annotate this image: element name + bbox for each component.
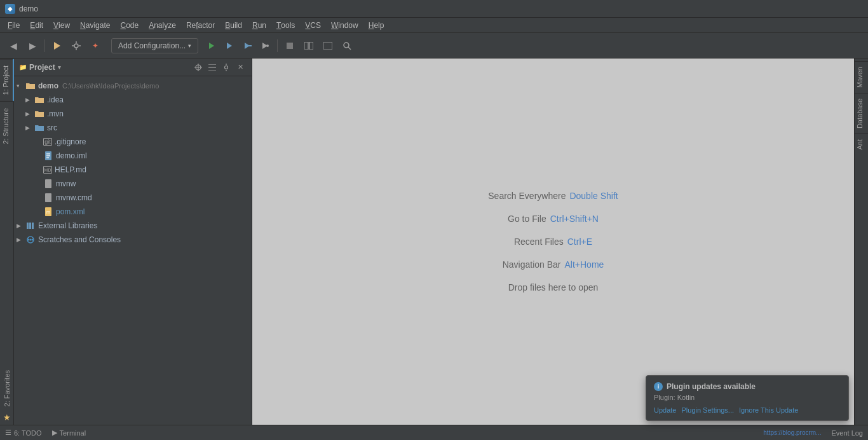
tree-arrow-scratches: ▶	[17, 237, 25, 243]
tree-item-mvn[interactable]: ▶ .mvn	[14, 107, 252, 121]
run-debug-buttons	[203, 38, 273, 54]
tree-arrow-mvn: ▶	[25, 111, 34, 117]
file-icon-gitignore: git	[43, 138, 52, 146]
folder-icon-src	[34, 123, 44, 133]
add-config-dropdown-icon: ▾	[188, 43, 191, 49]
toolbar-build-icon[interactable]	[49, 38, 65, 54]
tree-item-idea[interactable]: ▶ .idea	[14, 93, 252, 107]
menu-code[interactable]: Code	[115, 18, 144, 33]
tree-item-external-libs[interactable]: ▶ External Libraries	[14, 219, 252, 233]
status-todo[interactable]: ☰ 6: TODO	[5, 429, 42, 437]
tree-item-demo-iml[interactable]: demo.iml	[14, 149, 252, 163]
menu-edit[interactable]: Edit	[25, 18, 48, 33]
tree-item-mvnw[interactable]: mvnw	[14, 177, 252, 191]
status-right-info[interactable]: https://blog.procrm...	[763, 429, 821, 436]
status-bar: ☰ 6: TODO ▶ Terminal https://blog.procrm…	[0, 425, 868, 440]
todo-label: 6: TODO	[14, 429, 42, 437]
project-header: 📁 Project ▾ ✕	[14, 58, 252, 76]
folder-icon-idea	[34, 95, 44, 105]
scratches-icon	[25, 235, 36, 245]
menu-file[interactable]: File	[3, 18, 25, 33]
tree-item-root[interactable]: ▾ demo C:\Users\hk\IdeaProjects\demo	[14, 79, 252, 93]
svg-rect-15	[323, 42, 332, 50]
project-settings-icon[interactable]	[220, 61, 233, 74]
project-collapse-icon[interactable]	[206, 61, 219, 74]
svg-line-17	[348, 47, 351, 50]
tree-item-pom-xml[interactable]: m pom.xml	[14, 205, 252, 219]
menu-window[interactable]: Window	[326, 18, 363, 33]
tree-item-mvnw-cmd[interactable]: mvnw.cmd	[14, 191, 252, 205]
toolbar-kotlin-icon[interactable]: ✦	[87, 38, 104, 54]
right-sidebar: Maven Database Ant	[854, 58, 868, 425]
tree-item-src[interactable]: ▶ src	[14, 121, 252, 135]
menu-navigate[interactable]: Navigate	[75, 18, 115, 33]
tree-item-scratches[interactable]: ▶ Scratches and Consoles	[14, 233, 252, 247]
status-event-log[interactable]: Event Log	[831, 429, 863, 437]
tree-item-help-md-label: HELP.md	[55, 165, 86, 174]
toolbar-back-icon[interactable]: ◀	[5, 38, 22, 54]
tree-item-help-md[interactable]: MD HELP.md	[14, 163, 252, 177]
tree-item-mvnw-label: mvnw	[56, 179, 76, 188]
coverage-button[interactable]	[239, 38, 255, 54]
debug-button[interactable]	[221, 38, 238, 54]
app-icon: ◆	[5, 4, 15, 14]
tree-item-mvnw-cmd-label: mvnw.cmd	[56, 193, 92, 202]
terminal-icon: ▶	[52, 429, 57, 437]
status-terminal[interactable]: ▶ Terminal	[52, 429, 86, 437]
file-icon-mvnw-cmd	[43, 193, 53, 203]
favorites-star-icon[interactable]: ★	[3, 413, 11, 422]
toolbar-sep-2	[277, 39, 278, 52]
tree-item-demo-iml-label: demo.iml	[56, 151, 87, 160]
toolbar-sep-1	[44, 39, 45, 52]
svg-point-1	[74, 44, 78, 48]
tree-item-gitignore[interactable]: git .gitignore	[14, 135, 252, 149]
toolbar-minimize-icon[interactable]	[320, 38, 336, 54]
plugin-settings-button[interactable]: Plugin Settings...	[681, 406, 734, 414]
right-tab-ant[interactable]: Ant	[855, 134, 869, 155]
project-locate-icon[interactable]	[192, 61, 205, 74]
right-tab-database[interactable]: Database	[855, 93, 869, 134]
svg-marker-7	[227, 43, 232, 49]
title-bar: ◆ demo	[0, 0, 868, 18]
main-layout: 📁 Project ▾ ✕ ▾	[14, 58, 854, 425]
menu-run[interactable]: Run	[247, 18, 271, 33]
project-tree: ▾ demo C:\Users\hk\IdeaProjects\demo ▶ .…	[14, 76, 252, 425]
project-panel-title: Project ▾	[29, 63, 61, 72]
svg-point-24	[225, 65, 228, 69]
toolbar-forward-icon[interactable]: ▶	[24, 38, 41, 54]
menu-tools[interactable]: Tools	[271, 18, 300, 33]
status-url: https://blog.procrm...	[763, 429, 821, 436]
toolbar-search-icon[interactable]	[339, 38, 355, 54]
hint-recent-files: Recent Files Ctrl+E	[514, 237, 592, 247]
profile-button[interactable]	[257, 38, 273, 54]
folder-icon-mvn	[34, 109, 44, 119]
menu-help[interactable]: Help	[363, 18, 390, 33]
project-close-icon[interactable]: ✕	[234, 61, 247, 74]
menu-refactor[interactable]: Refactor	[181, 18, 220, 33]
toolbar-stop-icon[interactable]	[281, 38, 298, 54]
menu-build[interactable]: Build	[220, 18, 247, 33]
plugin-update-button[interactable]: Update	[654, 406, 676, 414]
tree-item-gitignore-label: .gitignore	[55, 137, 86, 146]
toolbar-settings-icon[interactable]	[68, 38, 85, 54]
plugin-ignore-button[interactable]: Ignore This Update	[739, 406, 798, 414]
svg-point-40	[30, 239, 32, 241]
plugin-notification-title: i Plugin updates available	[654, 382, 841, 391]
left-tab-project[interactable]: 1: Project	[0, 58, 14, 101]
menu-bar: File Edit View Navigate Code Analyze Ref…	[0, 18, 868, 33]
svg-marker-0	[54, 42, 60, 50]
file-icon-pom-xml: m	[43, 207, 53, 217]
tree-arrow-src: ▶	[25, 125, 34, 131]
favorites-tab[interactable]: 2: Favorites	[1, 366, 13, 410]
menu-vcs[interactable]: VCS	[300, 18, 326, 33]
tree-item-idea-label: .idea	[47, 95, 64, 104]
project-dropdown-arrow[interactable]: ▾	[58, 64, 61, 71]
menu-analyze[interactable]: Analyze	[144, 18, 181, 33]
toolbar-layout-icon[interactable]	[301, 38, 317, 54]
run-button[interactable]	[203, 38, 220, 54]
left-tab-structure[interactable]: 2: Structure	[0, 101, 14, 151]
add-configuration-button[interactable]: Add Configuration... ▾	[111, 38, 198, 53]
menu-view[interactable]: View	[48, 18, 75, 33]
right-tab-maven[interactable]: Maven	[855, 61, 869, 93]
svg-text:m: m	[46, 210, 50, 214]
